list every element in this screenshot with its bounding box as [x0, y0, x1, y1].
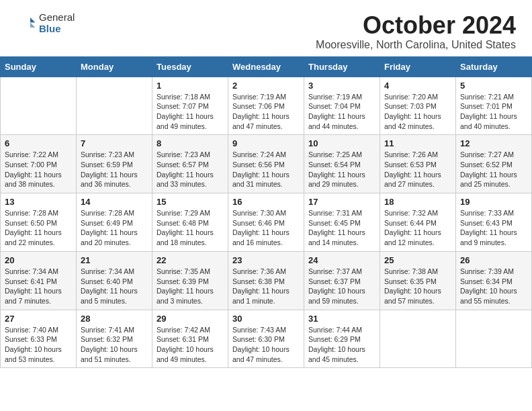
days-of-week-row: SundayMondayTuesdayWednesdayThursdayFrid…: [1, 56, 532, 77]
calendar-cell: 21Sunrise: 7:34 AM Sunset: 6:40 PM Dayli…: [77, 251, 152, 310]
calendar-cell: 14Sunrise: 7:28 AM Sunset: 6:49 PM Dayli…: [77, 193, 152, 252]
calendar-cell: 9Sunrise: 7:24 AM Sunset: 6:56 PM Daylig…: [228, 135, 304, 193]
day-number: 6: [5, 138, 72, 148]
day-number: 14: [81, 197, 148, 207]
calendar-cell: 29Sunrise: 7:42 AM Sunset: 6:31 PM Dayli…: [152, 310, 228, 368]
logo-text: General Blue: [39, 12, 75, 34]
calendar-cell: 31Sunrise: 7:44 AM Sunset: 6:29 PM Dayli…: [304, 310, 380, 368]
day-info: Sunrise: 7:27 AM Sunset: 6:52 PM Dayligh…: [460, 150, 527, 189]
day-info: Sunrise: 7:24 AM Sunset: 6:56 PM Dayligh…: [232, 150, 300, 189]
day-number: 27: [5, 314, 72, 324]
day-number: 19: [460, 197, 527, 207]
day-header-thursday: Thursday: [304, 56, 380, 77]
day-info: Sunrise: 7:26 AM Sunset: 6:53 PM Dayligh…: [384, 150, 451, 189]
calendar-cell: 24Sunrise: 7:37 AM Sunset: 6:37 PM Dayli…: [304, 251, 380, 310]
day-number: 29: [157, 314, 224, 324]
day-number: 23: [232, 255, 300, 265]
day-header-friday: Friday: [380, 56, 456, 77]
day-info: Sunrise: 7:40 AM Sunset: 6:33 PM Dayligh…: [5, 325, 72, 365]
day-header-sunday: Sunday: [1, 56, 77, 77]
calendar-cell: 2Sunrise: 7:19 AM Sunset: 7:06 PM Daylig…: [228, 77, 304, 135]
svg-marker-1: [30, 22, 36, 28]
day-number: 10: [308, 138, 375, 148]
week-row-3: 20Sunrise: 7:34 AM Sunset: 6:41 PM Dayli…: [1, 251, 532, 310]
day-info: Sunrise: 7:43 AM Sunset: 6:30 PM Dayligh…: [232, 325, 300, 365]
logo-icon: [16, 13, 36, 34]
calendar-cell: 5Sunrise: 7:21 AM Sunset: 7:01 PM Daylig…: [456, 77, 532, 135]
day-info: Sunrise: 7:39 AM Sunset: 6:34 PM Dayligh…: [460, 267, 527, 306]
week-row-0: 1Sunrise: 7:18 AM Sunset: 7:07 PM Daylig…: [1, 77, 532, 135]
calendar-cell: 4Sunrise: 7:20 AM Sunset: 7:03 PM Daylig…: [380, 77, 456, 135]
day-info: Sunrise: 7:31 AM Sunset: 6:45 PM Dayligh…: [308, 208, 375, 248]
day-number: 31: [308, 314, 375, 324]
day-number: 9: [232, 138, 300, 148]
day-number: 16: [232, 197, 300, 207]
day-info: Sunrise: 7:28 AM Sunset: 6:50 PM Dayligh…: [5, 208, 72, 248]
day-info: Sunrise: 7:22 AM Sunset: 7:00 PM Dayligh…: [5, 150, 72, 189]
day-number: 5: [460, 81, 527, 91]
logo: General Blue: [16, 12, 75, 34]
day-info: Sunrise: 7:20 AM Sunset: 7:03 PM Dayligh…: [384, 92, 451, 132]
day-info: Sunrise: 7:34 AM Sunset: 6:40 PM Dayligh…: [81, 267, 148, 306]
calendar-cell: [1, 77, 77, 135]
calendar-cell: 30Sunrise: 7:43 AM Sunset: 6:30 PM Dayli…: [228, 310, 304, 368]
day-number: 22: [157, 255, 224, 265]
day-info: Sunrise: 7:23 AM Sunset: 6:57 PM Dayligh…: [157, 150, 224, 189]
day-number: 4: [384, 81, 451, 91]
calendar-cell: 15Sunrise: 7:29 AM Sunset: 6:48 PM Dayli…: [152, 193, 228, 252]
day-info: Sunrise: 7:30 AM Sunset: 6:46 PM Dayligh…: [232, 208, 300, 248]
day-number: 2: [232, 81, 300, 91]
day-info: Sunrise: 7:32 AM Sunset: 6:44 PM Dayligh…: [384, 208, 451, 248]
day-info: Sunrise: 7:41 AM Sunset: 6:32 PM Dayligh…: [81, 325, 148, 365]
logo-blue: Blue: [39, 24, 75, 35]
calendar-cell: 8Sunrise: 7:23 AM Sunset: 6:57 PM Daylig…: [152, 135, 228, 193]
calendar-location: Mooresville, North Carolina, United Stat…: [316, 39, 516, 51]
calendar-cell: 18Sunrise: 7:32 AM Sunset: 6:44 PM Dayli…: [380, 193, 456, 252]
calendar-cell: 26Sunrise: 7:39 AM Sunset: 6:34 PM Dayli…: [456, 251, 532, 310]
day-info: Sunrise: 7:34 AM Sunset: 6:41 PM Dayligh…: [5, 267, 72, 306]
calendar-cell: [77, 77, 152, 135]
title-area: October 2024 Mooresville, North Carolina…: [316, 12, 516, 51]
calendar-cell: [380, 310, 456, 368]
day-info: Sunrise: 7:19 AM Sunset: 7:06 PM Dayligh…: [232, 92, 300, 132]
day-header-tuesday: Tuesday: [152, 56, 228, 77]
day-number: 12: [460, 138, 527, 148]
calendar-cell: 27Sunrise: 7:40 AM Sunset: 6:33 PM Dayli…: [1, 310, 77, 368]
calendar-cell: 6Sunrise: 7:22 AM Sunset: 7:00 PM Daylig…: [1, 135, 77, 193]
day-number: 30: [232, 314, 300, 324]
calendar-cell: 13Sunrise: 7:28 AM Sunset: 6:50 PM Dayli…: [1, 193, 77, 252]
calendar-cell: 3Sunrise: 7:19 AM Sunset: 7:04 PM Daylig…: [304, 77, 380, 135]
day-number: 25: [384, 255, 451, 265]
day-info: Sunrise: 7:38 AM Sunset: 6:35 PM Dayligh…: [384, 267, 451, 306]
day-info: Sunrise: 7:44 AM Sunset: 6:29 PM Dayligh…: [308, 325, 375, 365]
day-info: Sunrise: 7:25 AM Sunset: 6:54 PM Dayligh…: [308, 150, 375, 189]
day-number: 28: [81, 314, 148, 324]
day-info: Sunrise: 7:37 AM Sunset: 6:37 PM Dayligh…: [308, 267, 375, 306]
day-number: 26: [460, 255, 527, 265]
day-info: Sunrise: 7:19 AM Sunset: 7:04 PM Dayligh…: [308, 92, 375, 132]
day-number: 7: [81, 138, 148, 148]
day-number: 8: [157, 138, 224, 148]
day-number: 1: [157, 81, 224, 91]
calendar-body: 1Sunrise: 7:18 AM Sunset: 7:07 PM Daylig…: [1, 77, 532, 368]
day-number: 17: [308, 197, 375, 207]
logo-general: General: [39, 12, 75, 24]
calendar-cell: [456, 310, 532, 368]
calendar-cell: 28Sunrise: 7:41 AM Sunset: 6:32 PM Dayli…: [77, 310, 152, 368]
day-info: Sunrise: 7:21 AM Sunset: 7:01 PM Dayligh…: [460, 92, 527, 132]
calendar-title: October 2024: [316, 12, 516, 39]
page-header: General Blue October 2024 Mooresville, N…: [0, 0, 532, 56]
day-info: Sunrise: 7:29 AM Sunset: 6:48 PM Dayligh…: [157, 208, 224, 248]
week-row-1: 6Sunrise: 7:22 AM Sunset: 7:00 PM Daylig…: [1, 135, 532, 193]
day-header-monday: Monday: [77, 56, 152, 77]
day-info: Sunrise: 7:35 AM Sunset: 6:39 PM Dayligh…: [157, 267, 224, 306]
day-header-wednesday: Wednesday: [228, 56, 304, 77]
calendar-cell: 17Sunrise: 7:31 AM Sunset: 6:45 PM Dayli…: [304, 193, 380, 252]
day-info: Sunrise: 7:18 AM Sunset: 7:07 PM Dayligh…: [157, 92, 224, 132]
day-number: 24: [308, 255, 375, 265]
calendar-table: SundayMondayTuesdayWednesdayThursdayFrid…: [0, 56, 532, 369]
day-number: 18: [384, 197, 451, 207]
day-info: Sunrise: 7:28 AM Sunset: 6:49 PM Dayligh…: [81, 208, 148, 248]
calendar-cell: 1Sunrise: 7:18 AM Sunset: 7:07 PM Daylig…: [152, 77, 228, 135]
day-header-saturday: Saturday: [456, 56, 532, 77]
